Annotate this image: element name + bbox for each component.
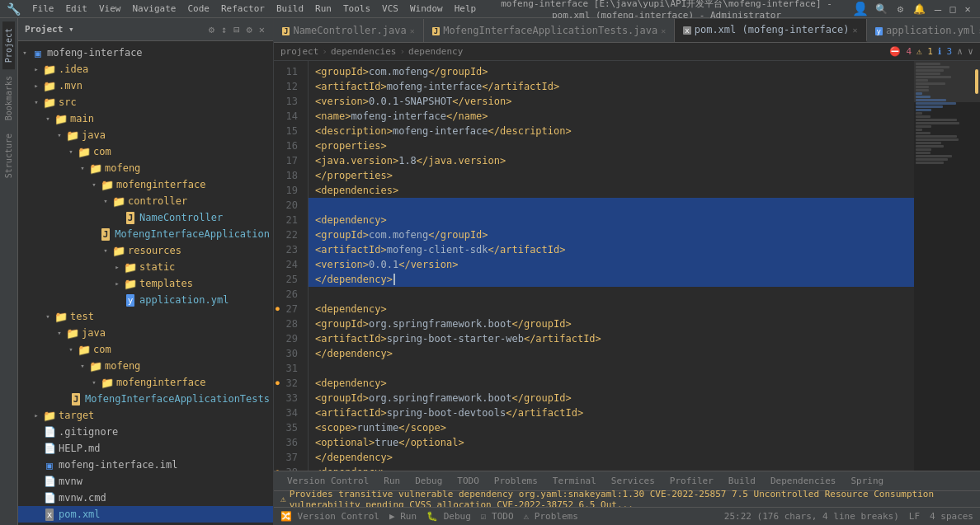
close-button[interactable]: ✕ xyxy=(962,3,973,15)
bottom-tab-services[interactable]: Services xyxy=(605,474,662,488)
bottom-tab-todo[interactable]: TODO xyxy=(450,474,486,488)
menu-refactor[interactable]: Refactor xyxy=(216,2,270,16)
debug-status[interactable]: 🐛 Debug xyxy=(426,511,471,522)
tree-item-namecontroller[interactable]: ▸JNameController xyxy=(18,209,273,226)
minimize-button[interactable]: — xyxy=(932,3,944,15)
tab-close-namecontroller[interactable]: ✕ xyxy=(410,26,415,35)
code-line-16[interactable]: <properties> xyxy=(309,138,914,153)
code-line-11[interactable]: <groupId>com.mofeng</groupId> xyxy=(309,64,914,79)
bottom-tab-debug[interactable]: Debug xyxy=(408,474,449,488)
tree-item-target[interactable]: ▸📁target xyxy=(18,407,273,424)
indent-info[interactable]: 4 spaces xyxy=(930,511,973,522)
panel-icon-gear[interactable]: ⚙ xyxy=(245,22,254,37)
tab-pomxml[interactable]: x pom.xml (mofeng-interface) ✕ xyxy=(675,19,866,42)
warning-indicator[interactable]: ⚠ 1 xyxy=(916,46,933,57)
tree-item-iml[interactable]: ▸▣mofeng-interface.iml xyxy=(18,457,273,473)
tree-item-testapp[interactable]: ▸JMofengInterfaceApplicationTests xyxy=(18,391,273,407)
code-line-25[interactable]: </dependency> xyxy=(309,272,914,287)
bottom-tab-spring[interactable]: Spring xyxy=(844,474,890,488)
menu-file[interactable]: File xyxy=(27,2,59,16)
error-indicator[interactable]: ⛔ 4 xyxy=(889,46,912,57)
tab-applicationyml[interactable]: y application.yml ✕ xyxy=(867,19,980,42)
tree-item-pomxml[interactable]: ▸xpom.xml xyxy=(18,506,273,523)
tree-item-src[interactable]: ▾📁src xyxy=(18,94,273,110)
code-line-36[interactable]: <optional>true</optional> xyxy=(309,435,914,450)
bottom-tab-dependencies[interactable]: Dependencies xyxy=(764,474,842,488)
todo-status[interactable]: ☑ TODO xyxy=(481,511,514,522)
tree-item-testmofeng[interactable]: ▾📁mofeng xyxy=(18,358,273,374)
code-line-32[interactable]: <dependency> xyxy=(309,376,914,391)
left-tab-project[interactable]: Project xyxy=(2,21,15,69)
menu-window[interactable]: Window xyxy=(405,2,448,16)
bottom-tab-terminal[interactable]: Terminal xyxy=(546,474,603,488)
tree-item-mofeng[interactable]: ▾📁mofeng xyxy=(18,160,273,176)
left-tab-structure[interactable]: Structure xyxy=(2,127,15,185)
tree-item-java[interactable]: ▾📁java xyxy=(18,127,273,143)
tree-item-static[interactable]: ▸📁static xyxy=(18,259,273,275)
tree-item-test[interactable]: ▾📁test xyxy=(18,308,273,325)
menu-view[interactable]: View xyxy=(94,2,126,16)
code-line-19[interactable]: <dependencies> xyxy=(309,183,914,198)
code-line-17[interactable]: <java.version>1.8</java.version> xyxy=(309,153,914,168)
info-indicator[interactable]: ℹ 3 xyxy=(938,46,952,57)
code-content[interactable]: <groupId>com.mofeng</groupId> <artifactI… xyxy=(309,61,914,471)
code-line-35[interactable]: <scope>runtime</scope> xyxy=(309,420,914,435)
tree-item-idea[interactable]: ▸📁.idea xyxy=(18,61,273,77)
tree-item-templates[interactable]: ▸📁templates xyxy=(18,275,273,292)
line-ending[interactable]: LF xyxy=(909,511,920,522)
tree-item-testmofenginterface[interactable]: ▾📁mofenginterface xyxy=(18,374,273,391)
code-line-37[interactable]: </dependency> xyxy=(309,450,914,465)
settings-icon[interactable]: ⚙ xyxy=(894,2,907,16)
panel-icon-sort[interactable]: ↕ xyxy=(219,22,229,37)
bottom-tab-profiler[interactable]: Profiler xyxy=(663,474,720,488)
code-line-34[interactable]: <artifactId>spring-boot-devtools</artifa… xyxy=(309,405,914,420)
code-line-26[interactable] xyxy=(309,287,914,302)
code-line-18[interactable]: </properties> xyxy=(309,168,914,183)
code-line-38[interactable]: <dependency> xyxy=(309,465,914,471)
code-line-29[interactable]: <artifactId>spring-boot-starter-web</art… xyxy=(309,331,914,346)
run-status[interactable]: ▶ Run xyxy=(389,511,417,522)
code-line-20[interactable] xyxy=(309,198,914,213)
maximize-button[interactable]: □ xyxy=(947,3,959,15)
code-line-21[interactable]: <dependency> xyxy=(309,213,914,227)
bottom-tab-problems[interactable]: Problems xyxy=(488,474,544,488)
bottom-tab-version-control[interactable]: Version Control xyxy=(280,474,375,488)
menu-edit[interactable]: Edit xyxy=(61,2,93,16)
menu-help[interactable]: Help xyxy=(450,2,482,16)
code-line-30[interactable]: </dependency> xyxy=(309,346,914,361)
cursor-position[interactable]: 25:22 (176 chars, 4 line breaks) xyxy=(724,511,899,522)
tree-item-helpmd[interactable]: ▸📄HELP.md xyxy=(18,440,273,457)
breadcrumb-item-dependency[interactable]: dependency xyxy=(408,46,463,57)
code-line-12[interactable]: <artifactId>mofeng-interface</artifactId… xyxy=(309,79,914,94)
minimap-scrollbar[interactable] xyxy=(975,69,978,94)
tree-item-resources[interactable]: ▾📁resources xyxy=(18,242,273,259)
code-line-28[interactable]: <groupId>org.springframework.boot</group… xyxy=(309,316,914,331)
tree-item-testcom[interactable]: ▾📁com xyxy=(18,341,273,358)
search-icon[interactable]: 🔍 xyxy=(872,2,891,16)
vcs-status[interactable]: 🔀 Version Control xyxy=(280,511,379,522)
tab-tests[interactable]: J MofengInterfaceApplicationTests.java ✕ xyxy=(424,19,676,42)
menu-build[interactable]: Build xyxy=(271,2,309,16)
tree-item-gitignore[interactable]: ▸📄.gitignore xyxy=(18,424,273,440)
tree-item-mvn[interactable]: ▸📁.mvn xyxy=(18,77,273,94)
code-line-24[interactable]: <version>0.0.1</version> xyxy=(309,257,914,272)
panel-icon-collapse[interactable]: ⊟ xyxy=(232,22,241,37)
bottom-tab-build[interactable]: Build xyxy=(722,474,762,488)
tree-item-root[interactable]: ▾▣mofeng-interface xyxy=(18,45,273,61)
code-line-13[interactable]: <version>0.0.1-SNAPSHOT</version> xyxy=(309,94,914,109)
problems-status[interactable]: ⚠ Problems xyxy=(524,511,578,522)
notification-icon[interactable]: 🔔 xyxy=(910,2,929,16)
menu-code[interactable]: Code xyxy=(182,2,214,16)
tree-item-mvnwcmd[interactable]: ▸📄mvnw.cmd xyxy=(18,490,273,506)
tab-close-tests[interactable]: ✕ xyxy=(661,26,666,35)
panel-icon-settings[interactable]: ⚙ xyxy=(207,22,216,37)
tab-close-pomxml[interactable]: ✕ xyxy=(853,26,858,35)
tree-item-mofenginterface[interactable]: ▾📁mofenginterface xyxy=(18,176,273,193)
code-line-31[interactable] xyxy=(309,361,914,376)
tree-item-controller[interactable]: ▾📁controller xyxy=(18,193,273,209)
code-line-23[interactable]: <artifactId>mofeng-client-sdk</artifactI… xyxy=(309,242,914,257)
menu-navigate[interactable]: Navigate xyxy=(128,2,181,16)
menu-run[interactable]: Run xyxy=(310,2,337,16)
tree-item-main[interactable]: ▾📁main xyxy=(18,110,273,127)
code-line-27[interactable]: <dependency> xyxy=(309,302,914,316)
